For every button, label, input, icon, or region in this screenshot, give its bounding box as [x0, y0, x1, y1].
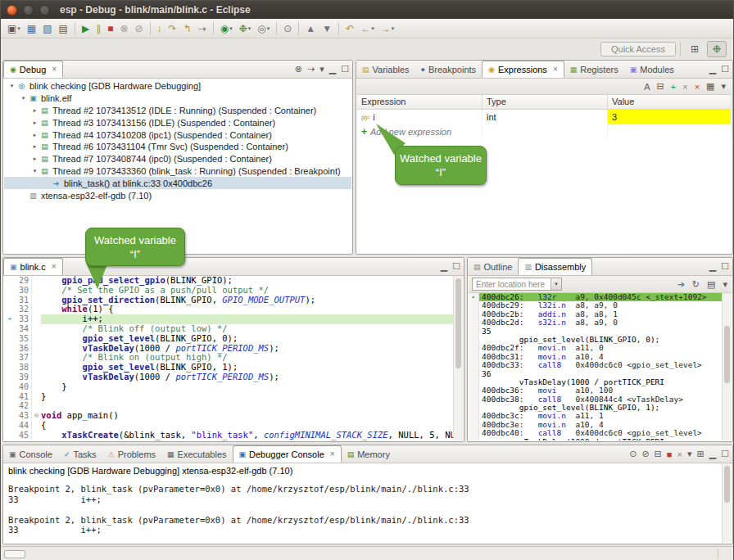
editor-scrollbar[interactable] [453, 276, 463, 440]
editor-line[interactable]: 45 xTaskCreate(&blink_task, "blink_task"… [4, 431, 453, 440]
maximize-icon[interactable]: ☐ [451, 261, 461, 272]
tab-registers[interactable]: ▦Registers [564, 61, 624, 78]
tree-expanded-arrow-icon[interactable]: ▾ [7, 83, 16, 89]
tab-executables[interactable]: ▦Executables [161, 445, 232, 463]
tree-expanded-arrow-icon[interactable]: ▾ [19, 95, 28, 102]
debug-icon[interactable]: ❉▾ [237, 20, 254, 37]
save-all-icon[interactable]: ▧ [40, 20, 54, 37]
tab-variables[interactable]: ▤Variables [356, 61, 415, 78]
editor-line[interactable]: 43⊖void app_main() [4, 411, 453, 421]
add-expression-row[interactable]: +Add new expression [357, 124, 732, 139]
console-scrollbar[interactable] [722, 463, 732, 543]
tab-console[interactable]: ▣Console [3, 445, 58, 463]
collapse-all-icon[interactable]: ⊟ [656, 81, 665, 92]
editor-line[interactable]: 40 } [4, 382, 453, 392]
debug-tree-item[interactable]: ▸▤Thread #6 1073431104 (Tmr Svc) (Suspen… [4, 141, 351, 153]
disconnect-icon[interactable]: ⊗ [117, 20, 130, 37]
tree-collapsed-arrow-icon[interactable]: ▸ [30, 107, 39, 114]
show-type-names-icon[interactable]: A [643, 82, 650, 92]
step-return-icon[interactable]: ↰ [181, 20, 194, 37]
tree-collapsed-arrow-icon[interactable]: ▸ [30, 143, 39, 150]
view-menu-icon[interactable]: ▾ [722, 279, 728, 290]
column-header-expression[interactable]: Expression [357, 95, 483, 109]
print-icon[interactable]: ▤ [57, 20, 70, 37]
tree-collapsed-arrow-icon[interactable]: ▸ [30, 120, 39, 126]
previous-annotation-icon[interactable]: ▲ [303, 20, 318, 37]
editor-line[interactable]: 41} [4, 392, 453, 402]
scroll-lock-icon[interactable]: ⊘ [641, 449, 650, 459]
fold-collapse-icon[interactable]: ⊖ [31, 411, 41, 421]
open-console-icon[interactable]: ⊞ [695, 449, 705, 459]
instruction-stepping-icon[interactable]: ⇢ [196, 20, 209, 37]
minimize-icon[interactable]: ▁ [440, 261, 448, 272]
minimize-icon[interactable]: ▁ [709, 64, 717, 75]
new-wizard-icon[interactable]: ▣▾ [5, 20, 23, 37]
close-icon[interactable]: × [52, 65, 57, 74]
step-over-icon[interactable]: ↷ [166, 20, 179, 37]
debug-tree-item[interactable]: ▸▤Thread #3 1073413156 (IDLE) (Suspended… [4, 116, 351, 129]
tab-debugger-console[interactable]: ▣Debugger Console× [233, 445, 342, 463]
view-menu-icon[interactable]: ▾ [319, 64, 325, 75]
tree-collapsed-arrow-icon[interactable]: ▸ [30, 132, 39, 138]
combo-dropdown-icon[interactable]: ▾ [550, 278, 561, 290]
view-menu-icon[interactable]: ▾ [720, 81, 727, 92]
column-header-type[interactable]: Type [483, 95, 608, 109]
resume-icon[interactable]: ▶ [79, 20, 92, 37]
open-perspective-icon[interactable]: ⊞ [685, 41, 705, 57]
tab-expressions[interactable]: ◉Expressions× [482, 61, 564, 78]
show-source-icon[interactable]: ▤ [706, 279, 716, 290]
remove-expression-icon[interactable]: × [682, 82, 688, 92]
terminate-icon[interactable]: ■ [666, 449, 673, 459]
close-icon[interactable]: × [52, 262, 57, 271]
last-edit-location-icon[interactable]: ↶ [343, 20, 356, 37]
remove-launch-icon[interactable]: × [676, 449, 682, 459]
instruction-stepping-mode-icon[interactable]: ⇢ [306, 64, 315, 75]
close-icon[interactable]: × [330, 449, 335, 458]
quick-access-button[interactable]: Quick Access [600, 42, 676, 56]
minimize-icon[interactable]: ▁ [709, 261, 717, 272]
minimize-icon[interactable]: ▁ [709, 449, 717, 459]
debug-perspective-icon[interactable]: ❉ [707, 41, 727, 57]
sync-icon[interactable]: ↻ [691, 279, 700, 290]
debug-tree-item[interactable]: ▸▤Thread #7 1073408744 (ipc0) (Suspended… [4, 153, 351, 165]
console-output[interactable]: blink checking [GDB Hardware Debugging] … [4, 463, 722, 543]
close-icon[interactable]: × [553, 65, 558, 74]
disassembly-scrollbar[interactable] [722, 293, 732, 440]
tree-expanded-arrow-icon[interactable]: ▾ [30, 168, 39, 174]
disassembly-listing[interactable]: ▸400dbc26: l32r a9, 0x400d045c <_stext+1… [469, 293, 722, 440]
tab-disassembly[interactable]: ▥Disassembly [518, 258, 592, 275]
maximize-icon[interactable]: ☐ [720, 64, 730, 75]
next-annotation-icon[interactable]: ▼ [319, 20, 334, 37]
suspend-icon[interactable]: ∥ [93, 20, 103, 37]
code-editor[interactable]: 29 gpio_pad_select_gpio(BLINK_GPIO);30 /… [4, 276, 453, 440]
disassembly-line[interactable]: 400dbc33: call8 0x400dc6c0 <gpio_set_lev… [469, 361, 722, 369]
tab-outline[interactable]: ▤Outline [468, 258, 518, 275]
disassembly-line[interactable]: vTaskDelay(1000 / portTICK_PERI [469, 438, 722, 440]
skip-breakpoints-icon[interactable]: ⊘ [132, 20, 145, 37]
clear-console-icon[interactable]: ⊟ [654, 449, 663, 459]
maximize-icon[interactable]: ☐ [720, 449, 730, 459]
add-expression-icon[interactable]: + [361, 126, 367, 138]
debug-tree-item[interactable]: ▸▤Thread #4 1073410208 (ipc1) (Suspended… [4, 129, 351, 141]
tab-breakpoints[interactable]: ●Breakpoints [415, 61, 483, 78]
maximize-icon[interactable]: ☐ [720, 261, 730, 272]
pin-console-icon[interactable]: ⊙ [628, 449, 637, 459]
debug-tree-item[interactable]: ▸▤Thread #2 1073413512 (IDLE : Running) … [4, 105, 351, 117]
display-console-icon[interactable]: ▾ [686, 449, 693, 459]
editor-line[interactable]: 39 vTaskDelay(1000 / portTICK_PERIOD_MS)… [4, 373, 453, 382]
copy-expressions-icon[interactable]: ▦ [705, 81, 715, 92]
debug-tree-item[interactable]: ▥xtensa-esp32-elf-gdb (7.10) [4, 189, 351, 201]
expression-row[interactable]: (x)=iint3 [357, 110, 732, 124]
disassembly-line[interactable]: 400dbc2d: s32i.n a8, a9, 0 [469, 318, 722, 327]
remove-terminated-icon[interactable]: ⊗ [294, 64, 303, 75]
debug-tree-item[interactable]: ➔blink_task() at blink.c:33 0x400dbc26 [4, 177, 351, 189]
step-into-icon[interactable]: ↓ [155, 20, 165, 37]
remove-all-expressions-icon[interactable]: × [694, 82, 700, 92]
forward-icon[interactable]: →▾ [378, 20, 397, 37]
window-minimize-button[interactable] [23, 5, 34, 16]
window-close-button[interactable] [7, 5, 17, 16]
minimize-icon[interactable]: ▁ [328, 64, 337, 75]
track-pc-icon[interactable]: ➔ [677, 279, 686, 290]
tab-memory[interactable]: ▤Memory [342, 445, 396, 463]
save-icon[interactable]: ▦ [25, 20, 39, 37]
